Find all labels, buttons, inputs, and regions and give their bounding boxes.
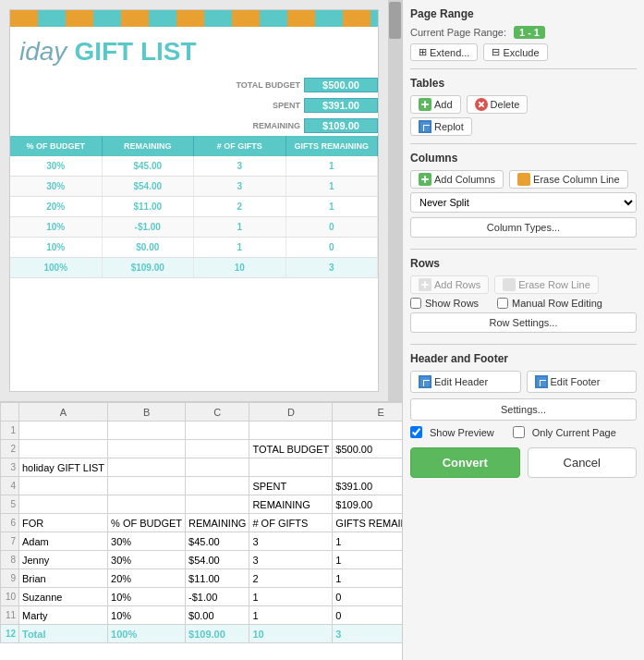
spreadsheet-cell[interactable]: % OF BUDGET bbox=[108, 514, 186, 532]
exclude-button[interactable]: ⊟ Exclude bbox=[483, 43, 547, 61]
spreadsheet-cell[interactable] bbox=[249, 422, 333, 440]
row-number: 10 bbox=[1, 588, 19, 606]
add-rows-button[interactable]: Add Rows bbox=[410, 275, 489, 294]
left-panel: iday GIFT LIST TOTAL BUDGET $500.00 SPEN… bbox=[0, 0, 402, 660]
spreadsheet-cell[interactable]: 30% bbox=[108, 532, 186, 551]
spreadsheet-cell[interactable]: Brian bbox=[19, 569, 108, 588]
spreadsheet-cell[interactable] bbox=[186, 440, 249, 458]
spreadsheet-cell[interactable]: REMAINING bbox=[249, 495, 333, 514]
table-row: 11Marty10%$0.0010 bbox=[1, 606, 403, 625]
spreadsheet-cell[interactable]: 1 bbox=[333, 569, 402, 588]
delete-table-button[interactable]: Delete bbox=[467, 95, 529, 114]
preview-td: 1 bbox=[194, 238, 286, 257]
spreadsheet-cell[interactable]: 2 bbox=[249, 569, 333, 588]
only-current-checkbox[interactable] bbox=[513, 426, 525, 438]
preview-scrollbar[interactable] bbox=[388, 0, 402, 401]
show-rows-checkbox[interactable] bbox=[410, 298, 421, 309]
show-preview-checkbox[interactable] bbox=[410, 426, 422, 438]
spreadsheet-cell[interactable] bbox=[186, 458, 249, 477]
spreadsheet-cell[interactable]: 3 bbox=[249, 532, 333, 551]
spreadsheet-cell[interactable] bbox=[108, 440, 186, 458]
replot-button[interactable]: Replot bbox=[410, 117, 472, 136]
spreadsheet-cell[interactable] bbox=[108, 477, 186, 495]
spreadsheet-cell[interactable] bbox=[108, 422, 186, 440]
spreadsheet-cell[interactable]: 20% bbox=[108, 569, 186, 588]
spreadsheet-cell[interactable] bbox=[19, 477, 108, 495]
spreadsheet-cell[interactable]: GIFTS REMAINING bbox=[333, 514, 402, 532]
spreadsheet-cell[interactable] bbox=[186, 477, 249, 495]
spreadsheet-cell[interactable]: REMAINING bbox=[186, 514, 249, 532]
extend-icon: ⊞ bbox=[419, 46, 427, 58]
spent-value: $391.00 bbox=[304, 98, 378, 113]
spreadsheet-cell[interactable]: $109.00 bbox=[333, 495, 402, 514]
cancel-button[interactable]: Cancel bbox=[528, 447, 638, 478]
spreadsheet-cell[interactable]: SPENT bbox=[249, 477, 333, 495]
row-settings-button[interactable]: Row Settings... bbox=[410, 312, 637, 333]
spreadsheet-cell[interactable]: TOTAL BUDGET bbox=[249, 440, 333, 458]
spreadsheet-cell[interactable] bbox=[333, 458, 402, 477]
spreadsheet-cell[interactable]: 1 bbox=[249, 588, 333, 606]
spreadsheet-cell[interactable]: FOR bbox=[19, 514, 108, 532]
spreadsheet-cell[interactable]: 30% bbox=[108, 551, 186, 569]
spreadsheet-cell[interactable]: holiday GIFT LIST bbox=[19, 458, 108, 477]
show-preview-row: Show Preview Only Current Page bbox=[410, 426, 637, 438]
erase-row-button[interactable]: Erase Row Line bbox=[494, 275, 599, 294]
manual-row-checkbox[interactable] bbox=[497, 298, 508, 309]
table-row: 8Jenny30%$54.0031 bbox=[1, 551, 403, 569]
spreadsheet-cell[interactable]: 1 bbox=[249, 606, 333, 625]
spreadsheet-cell[interactable]: 10% bbox=[108, 588, 186, 606]
spreadsheet-cell[interactable]: 10 bbox=[249, 625, 333, 643]
erase-column-button[interactable]: Erase Column Line bbox=[509, 170, 628, 189]
spreadsheet-cell[interactable] bbox=[19, 422, 108, 440]
spreadsheet-cell[interactable] bbox=[186, 422, 249, 440]
edit-footer-button[interactable]: Edit Footer bbox=[527, 371, 638, 393]
spreadsheet-cell[interactable] bbox=[186, 495, 249, 514]
spreadsheet-cell[interactable]: Total bbox=[19, 625, 108, 643]
spreadsheet-cell[interactable]: $500.00 bbox=[333, 440, 402, 458]
spreadsheet-cell[interactable] bbox=[333, 422, 402, 440]
spreadsheet-cell[interactable] bbox=[19, 440, 108, 458]
spreadsheet-cell[interactable]: $0.00 bbox=[186, 606, 249, 625]
col-header-c: C bbox=[186, 403, 249, 422]
edit-header-button[interactable]: Edit Header bbox=[410, 371, 521, 393]
convert-button[interactable]: Convert bbox=[410, 447, 520, 478]
spreadsheet-cell[interactable]: $11.00 bbox=[186, 569, 249, 588]
preview-data-row: 20%$11.0021 bbox=[10, 197, 378, 217]
replot-label: Replot bbox=[434, 121, 464, 132]
spreadsheet-cell[interactable]: $45.00 bbox=[186, 532, 249, 551]
hf-settings-button[interactable]: Settings... bbox=[410, 398, 637, 421]
spreadsheet-cell[interactable]: 3 bbox=[249, 551, 333, 569]
spreadsheet-cell[interactable]: Adam bbox=[19, 532, 108, 551]
add-table-button[interactable]: Add bbox=[410, 95, 461, 114]
spreadsheet-cell[interactable]: 3 bbox=[333, 625, 402, 643]
column-types-button[interactable]: Column Types... bbox=[410, 217, 637, 238]
spreadsheet-cell[interactable]: Jenny bbox=[19, 551, 108, 569]
spreadsheet-cell[interactable]: 0 bbox=[333, 606, 402, 625]
spreadsheet-cell[interactable] bbox=[108, 458, 186, 477]
spreadsheet-cell[interactable]: # OF GIFTS bbox=[249, 514, 333, 532]
spreadsheet-cell[interactable]: 10% bbox=[108, 606, 186, 625]
never-split-dropdown[interactable]: Never Split Always Split Auto bbox=[410, 192, 637, 213]
spreadsheet-cell[interactable] bbox=[108, 495, 186, 514]
spreadsheet-cell[interactable]: 0 bbox=[333, 588, 402, 606]
spreadsheet-cell[interactable]: Marty bbox=[19, 606, 108, 625]
spreadsheet-cell[interactable]: -$1.00 bbox=[186, 588, 249, 606]
table-row: 12Total100%$109.00103 bbox=[1, 625, 403, 643]
budget-row-spent: SPENT $391.00 bbox=[175, 95, 378, 116]
spreadsheet-cell[interactable]: 1 bbox=[333, 551, 402, 569]
extend-button[interactable]: ⊞ Extend... bbox=[410, 43, 478, 61]
spreadsheet-cell[interactable]: Suzanne bbox=[19, 588, 108, 606]
budget-section: TOTAL BUDGET $500.00 SPENT $391.00 REMAI… bbox=[10, 75, 378, 136]
preview-td: $11.00 bbox=[103, 197, 195, 216]
spreadsheet-cell[interactable]: $54.00 bbox=[186, 551, 249, 569]
spreadsheet-cell[interactable]: 100% bbox=[108, 625, 186, 643]
extend-label: Extend... bbox=[430, 47, 469, 58]
add-columns-button[interactable]: Add Columns bbox=[410, 170, 504, 189]
preview-table-headers: % OF BUDGET REMAINING # OF GIFTS GIFTS R… bbox=[10, 136, 378, 156]
spreadsheet-cell[interactable]: $391.00 bbox=[333, 477, 402, 495]
spreadsheet-cell[interactable] bbox=[19, 495, 108, 514]
spreadsheet-cell[interactable] bbox=[249, 458, 333, 477]
spreadsheet-cell[interactable]: 1 bbox=[333, 532, 402, 551]
hf-buttons-row: Edit Header Edit Footer bbox=[410, 371, 637, 393]
spreadsheet-cell[interactable]: $109.00 bbox=[186, 625, 249, 643]
